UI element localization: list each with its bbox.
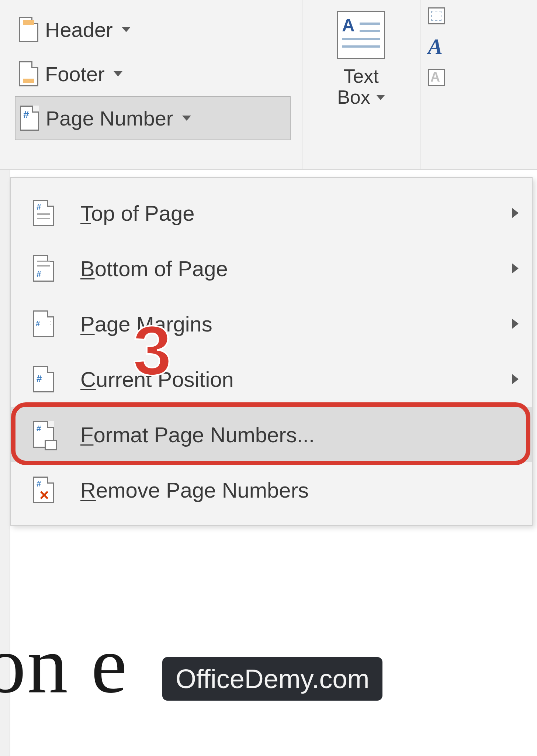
header-icon <box>19 17 38 42</box>
header-button[interactable]: Header <box>15 7 291 52</box>
menu-label: Bottom of Page <box>80 256 228 281</box>
page-number-button[interactable]: # Page Number <box>15 96 291 140</box>
page-number-icon: # <box>20 106 39 131</box>
submenu-arrow-icon <box>512 208 519 218</box>
submenu-arrow-icon <box>512 374 519 384</box>
quick-parts-icon <box>428 7 445 24</box>
page-margins-icon: #: <box>33 310 54 337</box>
menu-format-page-numbers[interactable]: # Format Page Numbers... <box>11 407 532 462</box>
menu-label: Format Page Numbers... <box>80 422 315 447</box>
remove-page-numbers-icon: #× <box>33 477 54 503</box>
submenu-arrow-icon <box>512 319 519 329</box>
menu-remove-page-numbers[interactable]: #× Remove Page Numbers <box>11 462 532 518</box>
quick-parts-button[interactable] <box>428 7 445 24</box>
drop-cap-button: A <box>428 69 445 86</box>
footer-label: Footer <box>45 62 105 86</box>
dropdown-caret-icon <box>182 116 191 121</box>
format-page-numbers-icon: # <box>33 421 54 448</box>
menu-page-margins[interactable]: #: Page Margins <box>11 296 532 351</box>
menu-label: Page Margins <box>80 312 212 336</box>
ribbon: Header Footer # Page Number A Text Box <box>0 0 537 170</box>
top-of-page-icon: # <box>33 200 54 226</box>
textbox-icon[interactable]: A <box>337 11 385 59</box>
textbox-button[interactable]: Text Box <box>337 66 385 108</box>
page-number-dropdown: # Top of Page # Bottom of Page #: Page M… <box>10 177 533 526</box>
document-body-text: on e <box>0 618 129 712</box>
menu-label: Remove Page Numbers <box>80 478 309 502</box>
drop-cap-icon: A <box>428 69 445 86</box>
menu-bottom-of-page[interactable]: # Bottom of Page <box>11 241 532 296</box>
textbox-label-line2: Box <box>337 87 370 108</box>
menu-label: Current Position <box>80 367 234 392</box>
menu-current-position[interactable]: # Current Position <box>11 351 532 407</box>
textbox-group: A Text Box <box>302 0 420 169</box>
wordart-button[interactable]: A <box>428 34 445 59</box>
wordart-icon: A <box>428 34 443 59</box>
textbox-label-line1: Text <box>343 66 378 87</box>
dropdown-caret-icon <box>114 71 122 76</box>
text-group-partial: A A <box>420 0 445 169</box>
header-label: Header <box>45 18 113 42</box>
page-number-label: Page Number <box>46 106 173 130</box>
bottom-of-page-icon: # <box>33 255 54 282</box>
footer-button[interactable]: Footer <box>15 52 291 96</box>
footer-icon <box>19 61 38 86</box>
current-position-icon: # <box>33 366 54 392</box>
dropdown-caret-icon <box>122 27 131 32</box>
watermark: OfficeDemy.com <box>162 657 382 701</box>
header-footer-group: Header Footer # Page Number <box>0 0 302 169</box>
menu-label: Top of Page <box>80 201 195 226</box>
submenu-arrow-icon <box>512 263 519 274</box>
menu-top-of-page[interactable]: # Top of Page <box>11 185 532 241</box>
dropdown-caret-icon <box>376 95 385 100</box>
